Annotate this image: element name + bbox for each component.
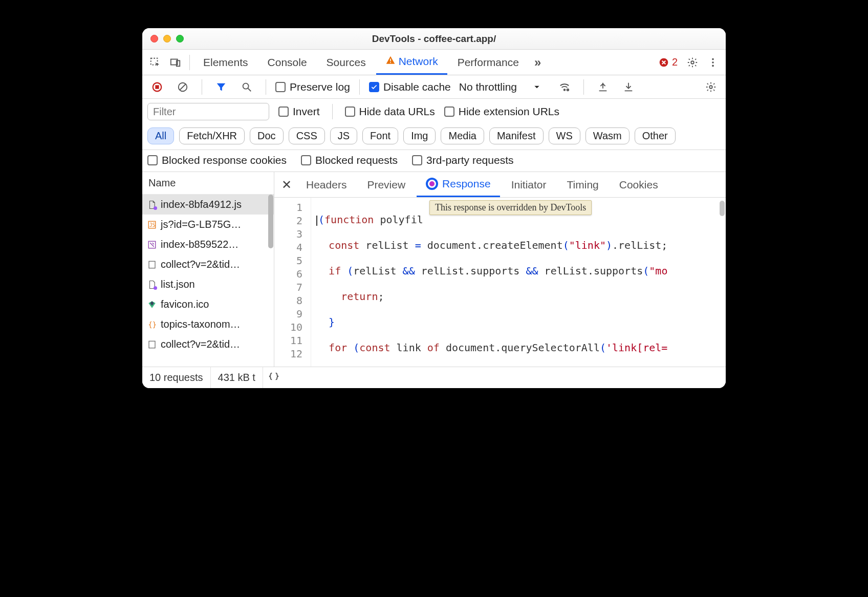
status-request-count: 10 requests [142,367,211,388]
request-row[interactable]: collect?v=2&tid… [142,334,274,354]
blocked-requests-checkbox[interactable]: Blocked requests [301,154,398,166]
tab-sources[interactable]: Sources [317,50,375,75]
chip-doc[interactable]: Doc [250,127,284,144]
pretty-print-button[interactable] [263,371,285,385]
svg-point-14 [564,89,566,91]
kebab-menu-icon[interactable] [703,53,723,72]
inspect-element-icon[interactable] [145,53,165,72]
column-header-name[interactable]: Name [142,172,274,195]
vertical-scrollbar-thumb[interactable] [720,201,725,216]
invert-checkbox[interactable]: Invert [278,105,320,118]
main-tabstrip: Elements Console Sources Network Perform… [142,50,726,75]
tab-response[interactable]: Response [417,172,500,197]
devtools-window: DevTools - coffee-cart.app/ Elements Con… [142,28,726,388]
svg-rect-3 [390,58,391,61]
file-favicon-icon [147,300,157,309]
separator [359,79,360,95]
disable-cache-checkbox[interactable]: Disable cache [369,81,451,93]
request-row[interactable]: favicon.ico [142,294,274,314]
blocked-cookies-checkbox[interactable]: Blocked response cookies [147,154,287,166]
request-list-sidebar: Name index-8bfa4912.js JS js?id=G-LB75G… [142,172,274,367]
svg-rect-20 [149,261,155,268]
throttling-select[interactable]: No throttling [457,81,549,93]
svg-point-16 [709,86,712,89]
request-name: list.json [161,279,195,290]
checkbox-icon [275,82,286,92]
file-script-icon: JS [147,220,157,229]
import-har-icon[interactable] [619,77,638,97]
device-toolbar-icon[interactable] [166,53,185,72]
checkbox-icon [412,155,422,165]
tab-initiator[interactable]: Initiator [502,172,556,197]
svg-point-13 [243,83,249,89]
chip-font[interactable]: Font [362,127,398,144]
tab-console[interactable]: Console [258,50,316,75]
traffic-lights [150,35,184,42]
third-party-checkbox[interactable]: 3rd-party requests [412,154,513,166]
request-row[interactable]: collect?v=2&tid… [142,254,274,274]
request-name: js?id=G-LB75G… [161,219,241,230]
tab-timing[interactable]: Timing [558,172,608,197]
sidebar-scrollbar[interactable] [268,195,274,367]
chip-js[interactable]: JS [330,127,357,144]
search-icon[interactable] [237,77,256,97]
chip-other[interactable]: Other [635,127,676,144]
clear-button[interactable] [173,77,192,97]
minimize-window-button[interactable] [163,35,171,42]
chip-fetch-xhr[interactable]: Fetch/XHR [179,127,245,144]
svg-rect-4 [390,62,391,63]
svg-rect-11 [155,85,159,89]
file-css-icon [147,240,157,249]
settings-gear-icon[interactable] [683,53,702,72]
hide-extension-urls-checkbox[interactable]: Hide extension URLs [444,105,559,118]
separator [189,55,190,70]
svg-point-9 [712,65,714,67]
line-gutter: 123456 789101112 [274,198,311,367]
tab-headers[interactable]: Headers [297,172,356,197]
error-count-badge[interactable]: 2 [655,56,682,68]
filter-icon[interactable] [211,77,231,97]
separator [266,79,266,95]
more-tabs-button[interactable]: » [529,55,546,70]
export-har-icon[interactable] [593,77,613,97]
code-body[interactable]: (function polyfil const relList = docume… [311,198,726,367]
checkbox-icon [345,106,355,117]
close-window-button[interactable] [150,35,158,42]
chip-manifest[interactable]: Manifest [489,127,544,144]
tab-cookies[interactable]: Cookies [610,172,667,197]
zoom-window-button[interactable] [176,35,184,42]
file-json-icon [147,280,157,289]
svg-text:JS: JS [149,222,156,227]
chip-css[interactable]: CSS [289,127,325,144]
tab-elements[interactable]: Elements [194,50,257,75]
extra-filters-row: Blocked response cookies Blocked request… [142,150,726,172]
record-button[interactable] [147,77,167,97]
chip-media[interactable]: Media [441,127,484,144]
request-row[interactable]: JS js?id=G-LB75G… [142,215,274,234]
request-row[interactable]: {} topics-taxonom… [142,314,274,334]
svg-rect-22 [149,341,155,348]
network-conditions-icon[interactable] [555,77,574,97]
filter-input[interactable] [147,103,269,120]
tab-network[interactable]: Network [376,50,447,75]
chip-wasm[interactable]: Wasm [585,127,630,144]
checkbox-icon [444,106,454,117]
request-row[interactable]: index-8bfa4912.js [142,195,274,215]
preserve-log-checkbox[interactable]: Preserve log [275,81,350,93]
request-detail-pane: ✕ Headers Preview Response Initiator Tim… [274,172,726,367]
chip-ws[interactable]: WS [549,127,580,144]
scrollbar-thumb[interactable] [268,195,273,248]
chip-all[interactable]: All [147,127,174,144]
request-row[interactable]: list.json [142,274,274,294]
request-list[interactable]: index-8bfa4912.js JS js?id=G-LB75G… inde… [142,195,274,367]
tab-preview[interactable]: Preview [358,172,415,197]
hide-data-urls-checkbox[interactable]: Hide data URLs [345,105,435,118]
response-editor[interactable]: 123456 789101112 (function polyfil const… [274,198,726,367]
network-settings-gear-icon[interactable] [701,77,721,97]
chevron-down-icon [519,81,547,93]
tab-performance[interactable]: Performance [448,50,528,75]
chip-img[interactable]: Img [403,127,436,144]
horizontal-scrollbar[interactable] [315,359,719,366]
request-row[interactable]: index-b859522… [142,234,274,254]
close-detail-button[interactable]: ✕ [278,177,295,193]
